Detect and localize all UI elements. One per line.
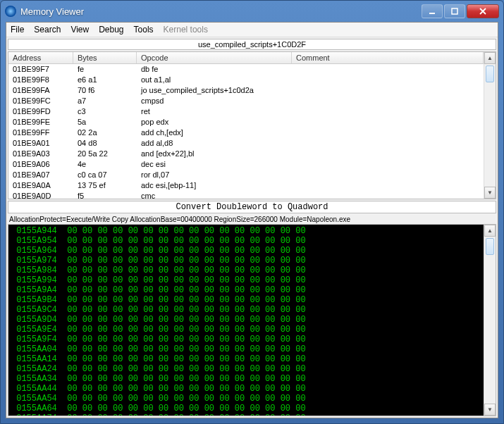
menu-search[interactable]: Search <box>34 25 61 35</box>
cell-op: ret <box>137 106 292 117</box>
svg-rect-0 <box>429 13 435 14</box>
menu-debug[interactable]: Debug <box>99 25 123 35</box>
cell-bytes: c0 ca 07 <box>73 170 137 180</box>
window-title: Memory Viewer <box>20 6 422 17</box>
cell-cmt <box>292 96 484 106</box>
cell-op: dec esi <box>137 159 292 170</box>
disasm-row[interactable]: 01BE99FE5apop edx <box>8 117 484 127</box>
cell-cmt <box>292 159 484 170</box>
disasm-row[interactable]: 01BE99F7fedb fe <box>8 64 484 75</box>
cell-op: pop edx <box>137 117 292 127</box>
cell-op: jo use_compiled_scripts+1c0d2a <box>137 85 292 96</box>
maximize-button[interactable] <box>444 4 465 18</box>
client-area: FileSearchViewDebugToolsKernel tools use… <box>6 22 498 418</box>
menu-file[interactable]: File <box>11 25 24 35</box>
context-label: use_compiled_scripts+1C0D2F <box>8 39 496 50</box>
cell-bytes: a7 <box>73 96 137 106</box>
window-buttons <box>422 4 499 18</box>
cell-bytes: 02 2a <box>73 127 137 138</box>
cell-cmt <box>292 117 484 127</box>
svg-rect-1 <box>452 8 457 14</box>
scroll-down-button[interactable]: ▼ <box>484 404 496 416</box>
cell-bytes: 4e <box>73 159 137 170</box>
cell-op: adc esi,[ebp-11] <box>137 180 292 191</box>
titlebar[interactable]: Memory Viewer <box>1 1 503 22</box>
disasm-row[interactable]: 01BE99F8e6 a1out a1,al <box>8 75 484 85</box>
disasm-row[interactable]: 01BE9A0Df5cmc <box>8 191 484 199</box>
cell-addr: 01BE9A0D <box>8 191 73 199</box>
disasm-row[interactable]: 01BE99FF02 2aadd ch,[edx] <box>8 127 484 138</box>
hex-scrollbar[interactable]: ▲ ▼ <box>484 225 496 416</box>
column-headers: Address Bytes Opcode Comment <box>8 52 484 64</box>
instruction-description: Convert Doubleword to Quadword <box>8 201 496 213</box>
cell-bytes: e6 a1 <box>73 75 137 85</box>
col-bytes[interactable]: Bytes <box>73 52 137 63</box>
menu-view[interactable]: View <box>70 25 89 35</box>
minimize-button[interactable] <box>422 4 443 18</box>
disasm-scrollbar[interactable]: ▲ ▼ <box>484 52 496 199</box>
cell-cmt <box>292 106 484 117</box>
scroll-down-button[interactable]: ▼ <box>484 187 496 199</box>
app-icon <box>5 6 16 17</box>
cell-addr: 01BE9A0A <box>8 180 73 191</box>
cell-addr: 01BE99FE <box>8 117 73 127</box>
cell-bytes: 20 5a 22 <box>73 149 137 159</box>
disasm-row[interactable]: 01BE99FCa7cmpsd <box>8 96 484 106</box>
cell-addr: 01BE99F8 <box>8 75 73 85</box>
menu-kernel-tools: Kernel tools <box>164 25 208 35</box>
minimize-icon <box>429 8 436 15</box>
cell-cmt <box>292 191 484 199</box>
disassembly-rows[interactable]: 01BE99F7fedb fe01BE99F8e6 a1out a1,al01B… <box>8 64 484 199</box>
allocation-info: AllocationProtect=Execute/Write Copy All… <box>8 215 496 224</box>
cell-addr: 01BE99FF <box>8 127 73 138</box>
cell-op: cmc <box>137 191 292 199</box>
col-opcode[interactable]: Opcode <box>137 52 292 63</box>
cell-cmt <box>292 138 484 149</box>
disasm-row[interactable]: 01BE99FA70 f6jo use_compiled_scripts+1c0… <box>8 85 484 96</box>
close-button[interactable] <box>467 4 499 18</box>
cell-bytes: c3 <box>73 106 137 117</box>
disassembly-table[interactable]: Address Bytes Opcode Comment 01BE99F7fed… <box>8 52 484 199</box>
cell-addr: 01BE9A07 <box>8 170 73 180</box>
cell-cmt <box>292 85 484 96</box>
cell-bytes: 5a <box>73 117 137 127</box>
cell-op: add ch,[edx] <box>137 127 292 138</box>
close-icon <box>479 8 487 15</box>
menu-tools[interactable]: Tools <box>134 25 154 35</box>
cell-op: cmpsd <box>137 96 292 106</box>
cell-op: add al,d8 <box>137 138 292 149</box>
cell-cmt <box>292 180 484 191</box>
disassembly-panel: Address Bytes Opcode Comment 01BE99F7fed… <box>8 51 496 199</box>
cell-bytes: f5 <box>73 191 137 199</box>
col-address[interactable]: Address <box>8 52 73 63</box>
scroll-up-button[interactable]: ▲ <box>484 52 496 64</box>
cell-bytes: 04 d8 <box>73 138 137 149</box>
cell-addr: 01BE9A06 <box>8 159 73 170</box>
cell-cmt <box>292 64 484 75</box>
disasm-row[interactable]: 01BE9A0104 d8add al,d8 <box>8 138 484 149</box>
cell-op: ror dl,07 <box>137 170 292 180</box>
cell-bytes: fe <box>73 64 137 75</box>
disasm-row[interactable]: 01BE99FDc3ret <box>8 106 484 117</box>
hex-dump[interactable]: 0155A944 00 00 00 00 00 00 00 00 00 00 0… <box>8 225 484 416</box>
scroll-thumb[interactable] <box>484 237 496 404</box>
cell-addr: 01BE99FC <box>8 96 73 106</box>
col-comment[interactable]: Comment <box>292 52 484 63</box>
cell-bytes: 70 f6 <box>73 85 137 96</box>
menubar: FileSearchViewDebugToolsKernel tools <box>6 23 498 37</box>
disasm-row[interactable]: 01BE9A064edec esi <box>8 159 484 170</box>
cell-addr: 01BE99FD <box>8 106 73 117</box>
disasm-row[interactable]: 01BE9A07c0 ca 07ror dl,07 <box>8 170 484 180</box>
scroll-up-button[interactable]: ▲ <box>484 225 496 237</box>
cell-addr: 01BE9A01 <box>8 138 73 149</box>
cell-cmt <box>292 127 484 138</box>
cell-addr: 01BE9A03 <box>8 149 73 159</box>
scroll-thumb[interactable] <box>484 64 496 187</box>
maximize-icon <box>451 8 458 15</box>
cell-op: out a1,al <box>137 75 292 85</box>
cell-op: db fe <box>137 64 292 75</box>
cell-addr: 01BE99F7 <box>8 64 73 75</box>
disasm-row[interactable]: 01BE9A0A13 75 efadc esi,[ebp-11] <box>8 180 484 191</box>
disasm-row[interactable]: 01BE9A0320 5a 22and [edx+22],bl <box>8 149 484 159</box>
cell-cmt <box>292 170 484 180</box>
